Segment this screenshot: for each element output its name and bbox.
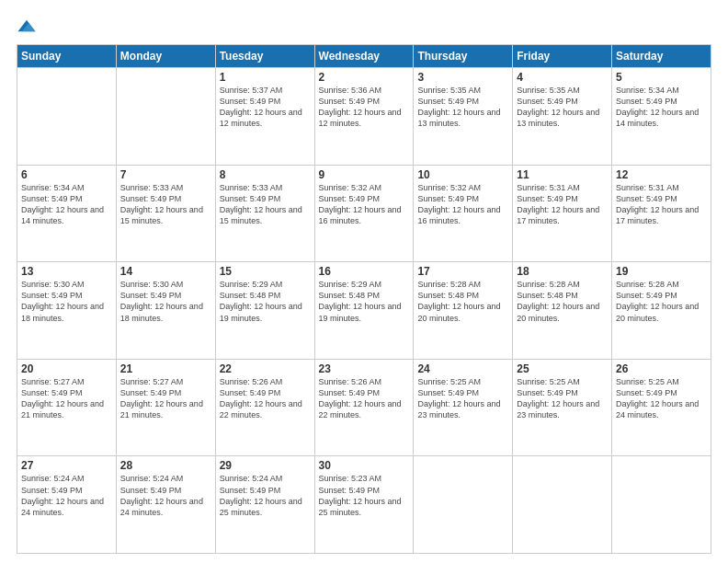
day-header-sunday: Sunday	[17, 45, 117, 68]
day-header-monday: Monday	[116, 45, 215, 68]
day-header-wednesday: Wednesday	[314, 45, 414, 68]
day-header-thursday: Thursday	[414, 45, 513, 68]
calendar-cell: 2Sunrise: 5:36 AM Sunset: 5:49 PM Daylig…	[314, 68, 414, 166]
day-number: 3	[417, 71, 508, 84]
day-header-saturday: Saturday	[612, 45, 711, 68]
logo-icon	[17, 17, 37, 37]
day-number: 17	[417, 265, 508, 278]
header	[17, 17, 711, 37]
calendar-cell: 23Sunrise: 5:26 AM Sunset: 5:49 PM Dayli…	[314, 359, 414, 456]
day-header-tuesday: Tuesday	[215, 45, 314, 68]
calendar-week-row: 1Sunrise: 5:37 AM Sunset: 5:49 PM Daylig…	[17, 68, 711, 166]
calendar-cell: 3Sunrise: 5:35 AM Sunset: 5:49 PM Daylig…	[414, 68, 513, 166]
calendar-cell: 14Sunrise: 5:30 AM Sunset: 5:49 PM Dayli…	[116, 262, 215, 360]
calendar-cell: 26Sunrise: 5:25 AM Sunset: 5:49 PM Dayli…	[612, 359, 711, 456]
calendar-cell: 29Sunrise: 5:24 AM Sunset: 5:49 PM Dayli…	[215, 456, 314, 554]
day-number: 1	[220, 71, 311, 84]
day-number: 30	[319, 459, 410, 472]
day-number: 14	[120, 265, 211, 278]
calendar-cell: 11Sunrise: 5:31 AM Sunset: 5:49 PM Dayli…	[513, 165, 612, 262]
day-number: 7	[120, 168, 211, 181]
day-info: Sunrise: 5:25 AM Sunset: 5:49 PM Dayligh…	[417, 376, 508, 421]
day-number: 28	[120, 459, 211, 472]
day-number: 13	[21, 265, 112, 278]
day-number: 6	[21, 168, 112, 181]
calendar-cell: 5Sunrise: 5:34 AM Sunset: 5:49 PM Daylig…	[612, 68, 711, 166]
day-header-friday: Friday	[513, 45, 612, 68]
calendar-cell: 4Sunrise: 5:35 AM Sunset: 5:49 PM Daylig…	[513, 68, 612, 166]
calendar-cell	[612, 456, 711, 554]
day-info: Sunrise: 5:35 AM Sunset: 5:49 PM Dayligh…	[517, 85, 608, 130]
calendar-cell: 25Sunrise: 5:25 AM Sunset: 5:49 PM Dayli…	[513, 359, 612, 456]
day-info: Sunrise: 5:25 AM Sunset: 5:49 PM Dayligh…	[616, 376, 707, 421]
calendar-cell: 24Sunrise: 5:25 AM Sunset: 5:49 PM Dayli…	[414, 359, 513, 456]
day-info: Sunrise: 5:28 AM Sunset: 5:48 PM Dayligh…	[417, 279, 508, 324]
day-number: 12	[616, 168, 707, 181]
calendar-cell: 27Sunrise: 5:24 AM Sunset: 5:49 PM Dayli…	[17, 456, 117, 554]
day-info: Sunrise: 5:27 AM Sunset: 5:49 PM Dayligh…	[120, 376, 211, 421]
day-info: Sunrise: 5:24 AM Sunset: 5:49 PM Dayligh…	[21, 473, 112, 518]
day-info: Sunrise: 5:34 AM Sunset: 5:49 PM Dayligh…	[616, 85, 707, 130]
day-info: Sunrise: 5:33 AM Sunset: 5:49 PM Dayligh…	[120, 182, 211, 227]
calendar-header-row: SundayMondayTuesdayWednesdayThursdayFrid…	[17, 45, 711, 68]
day-info: Sunrise: 5:32 AM Sunset: 5:49 PM Dayligh…	[417, 182, 508, 227]
day-number: 24	[417, 362, 508, 375]
day-info: Sunrise: 5:24 AM Sunset: 5:49 PM Dayligh…	[120, 473, 211, 518]
calendar-cell: 21Sunrise: 5:27 AM Sunset: 5:49 PM Dayli…	[116, 359, 215, 456]
day-info: Sunrise: 5:23 AM Sunset: 5:49 PM Dayligh…	[319, 473, 410, 518]
day-number: 22	[220, 362, 311, 375]
day-number: 8	[220, 168, 311, 181]
day-info: Sunrise: 5:37 AM Sunset: 5:49 PM Dayligh…	[220, 85, 311, 130]
calendar-cell: 7Sunrise: 5:33 AM Sunset: 5:49 PM Daylig…	[116, 165, 215, 262]
calendar-cell	[17, 68, 117, 166]
calendar-cell: 12Sunrise: 5:31 AM Sunset: 5:49 PM Dayli…	[612, 165, 711, 262]
day-number: 19	[616, 265, 707, 278]
day-info: Sunrise: 5:28 AM Sunset: 5:48 PM Dayligh…	[517, 279, 608, 324]
logo	[17, 17, 39, 37]
calendar-cell: 30Sunrise: 5:23 AM Sunset: 5:49 PM Dayli…	[314, 456, 414, 554]
day-info: Sunrise: 5:30 AM Sunset: 5:49 PM Dayligh…	[120, 279, 211, 324]
calendar-cell: 28Sunrise: 5:24 AM Sunset: 5:49 PM Dayli…	[116, 456, 215, 554]
day-number: 25	[517, 362, 608, 375]
day-number: 5	[616, 71, 707, 84]
calendar-cell: 10Sunrise: 5:32 AM Sunset: 5:49 PM Dayli…	[414, 165, 513, 262]
day-number: 15	[220, 265, 311, 278]
calendar-week-row: 27Sunrise: 5:24 AM Sunset: 5:49 PM Dayli…	[17, 456, 711, 554]
day-info: Sunrise: 5:29 AM Sunset: 5:48 PM Dayligh…	[220, 279, 311, 324]
day-info: Sunrise: 5:30 AM Sunset: 5:49 PM Dayligh…	[21, 279, 112, 324]
day-info: Sunrise: 5:28 AM Sunset: 5:49 PM Dayligh…	[616, 279, 707, 324]
calendar-cell: 8Sunrise: 5:33 AM Sunset: 5:49 PM Daylig…	[215, 165, 314, 262]
day-info: Sunrise: 5:25 AM Sunset: 5:49 PM Dayligh…	[517, 376, 608, 421]
calendar-cell: 15Sunrise: 5:29 AM Sunset: 5:48 PM Dayli…	[215, 262, 314, 360]
calendar-cell: 1Sunrise: 5:37 AM Sunset: 5:49 PM Daylig…	[215, 68, 314, 166]
page: SundayMondayTuesdayWednesdayThursdayFrid…	[0, 0, 728, 563]
day-number: 23	[319, 362, 410, 375]
day-number: 27	[21, 459, 112, 472]
calendar-week-row: 6Sunrise: 5:34 AM Sunset: 5:49 PM Daylig…	[17, 165, 711, 262]
day-number: 21	[120, 362, 211, 375]
day-info: Sunrise: 5:33 AM Sunset: 5:49 PM Dayligh…	[220, 182, 311, 227]
day-info: Sunrise: 5:35 AM Sunset: 5:49 PM Dayligh…	[417, 85, 508, 130]
calendar-cell: 19Sunrise: 5:28 AM Sunset: 5:49 PM Dayli…	[612, 262, 711, 360]
calendar-cell	[116, 68, 215, 166]
day-number: 29	[220, 459, 311, 472]
calendar-week-row: 20Sunrise: 5:27 AM Sunset: 5:49 PM Dayli…	[17, 359, 711, 456]
calendar-cell: 22Sunrise: 5:26 AM Sunset: 5:49 PM Dayli…	[215, 359, 314, 456]
day-number: 9	[319, 168, 410, 181]
day-number: 4	[517, 71, 608, 84]
day-number: 11	[517, 168, 608, 181]
day-info: Sunrise: 5:31 AM Sunset: 5:49 PM Dayligh…	[517, 182, 608, 227]
day-info: Sunrise: 5:36 AM Sunset: 5:49 PM Dayligh…	[319, 85, 410, 130]
day-number: 18	[517, 265, 608, 278]
calendar-cell: 16Sunrise: 5:29 AM Sunset: 5:48 PM Dayli…	[314, 262, 414, 360]
calendar-cell: 18Sunrise: 5:28 AM Sunset: 5:48 PM Dayli…	[513, 262, 612, 360]
day-number: 10	[417, 168, 508, 181]
day-number: 20	[21, 362, 112, 375]
day-info: Sunrise: 5:34 AM Sunset: 5:49 PM Dayligh…	[21, 182, 112, 227]
calendar-cell: 13Sunrise: 5:30 AM Sunset: 5:49 PM Dayli…	[17, 262, 117, 360]
day-number: 2	[319, 71, 410, 84]
calendar-cell: 9Sunrise: 5:32 AM Sunset: 5:49 PM Daylig…	[314, 165, 414, 262]
calendar-cell	[414, 456, 513, 554]
day-info: Sunrise: 5:31 AM Sunset: 5:49 PM Dayligh…	[616, 182, 707, 227]
day-info: Sunrise: 5:32 AM Sunset: 5:49 PM Dayligh…	[319, 182, 410, 227]
